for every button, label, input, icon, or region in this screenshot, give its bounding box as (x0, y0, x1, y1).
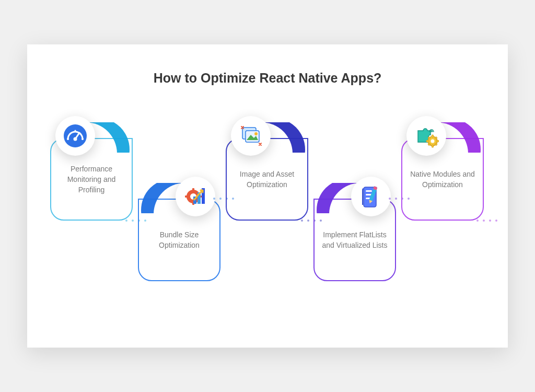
cards-row: Performance Monitoring and Profiling (48, 115, 487, 303)
diagram-canvas: How to Optimize React Native Apps? Perfo… (27, 44, 508, 348)
card-native-modules: Native Modules and Optimization (401, 138, 484, 221)
diagram-title: How to Optimize React Native Apps? (48, 71, 487, 86)
card-label: Implement FlatLists and Virtualized List… (321, 229, 389, 251)
svg-point-6 (74, 137, 77, 141)
svg-point-2 (82, 138, 84, 140)
svg-point-18 (254, 132, 258, 135)
svg-rect-19 (366, 190, 372, 192)
gear-chart-icon (176, 177, 215, 216)
card-label: Bundle Size Optimization (145, 229, 213, 251)
svg-rect-29 (432, 145, 434, 147)
svg-rect-9 (192, 188, 194, 191)
svg-rect-11 (185, 195, 188, 198)
card-label: Native Modules and Optimization (409, 169, 476, 190)
svg-rect-28 (432, 135, 434, 137)
connector-dots (476, 220, 497, 222)
svg-point-0 (64, 124, 87, 147)
images-icon (231, 116, 271, 156)
puzzle-gear-icon (406, 116, 446, 156)
svg-point-1 (67, 138, 69, 140)
svg-rect-30 (426, 141, 429, 142)
svg-rect-31 (436, 141, 439, 142)
svg-point-5 (75, 130, 76, 132)
card-bundle-size: Bundle Size Optimization (138, 199, 220, 281)
card-image-asset: Image and Asset Optimization (226, 138, 308, 221)
checklist-icon (351, 177, 391, 216)
card-label: Performance Monitoring and Profiling (57, 164, 125, 195)
svg-point-3 (69, 133, 71, 135)
card-flatlists: Implement FlatLists and Virtualized List… (313, 199, 396, 281)
svg-point-36 (431, 131, 432, 132)
svg-point-27 (431, 140, 435, 143)
card-performance-monitoring: Performance Monitoring and Profiling (50, 138, 133, 221)
card-label: Image and Asset Optimization (233, 169, 301, 190)
gauge-icon (55, 116, 95, 156)
